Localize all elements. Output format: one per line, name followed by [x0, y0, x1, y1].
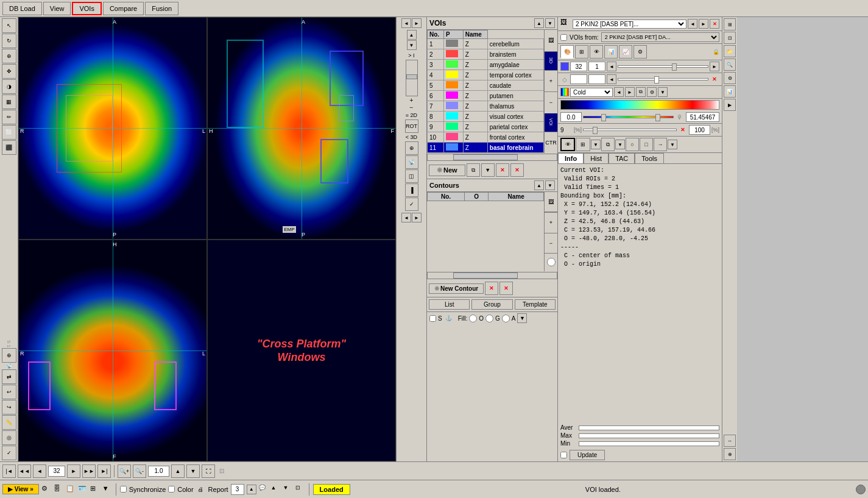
roi-tool[interactable]: ⬜	[2, 125, 16, 140]
grid-icon[interactable]: ⊞	[90, 485, 100, 494]
count-input[interactable]	[231, 484, 244, 495]
fill-a-radio[interactable]	[502, 315, 510, 322]
tab-chart[interactable]: 📈	[619, 45, 632, 59]
report-icon[interactable]: 🖨	[196, 485, 206, 494]
range-slider[interactable]	[583, 116, 674, 118]
next10-frame-btn[interactable]: ►►	[82, 464, 96, 478]
contours-sort-down[interactable]: ▼	[545, 180, 555, 190]
opacity-percent-input[interactable]	[689, 125, 710, 135]
zoom-out-btn[interactable]: 🔍-	[133, 464, 146, 478]
eraser-tool[interactable]: ⬛	[2, 140, 16, 155]
tab-eye[interactable]: 👁	[590, 45, 603, 59]
zoom-down-btn[interactable]: ▼	[186, 464, 200, 478]
edge-btn-5[interactable]: ⚙	[724, 72, 736, 84]
vertical-slider[interactable]	[406, 60, 418, 96]
pan-tool[interactable]: ✥	[2, 64, 16, 79]
copy-voi-btn[interactable]: ⧉	[467, 163, 480, 177]
cmap-more-btn[interactable]: ▼	[658, 87, 668, 97]
db-icon[interactable]: 🗄	[54, 485, 63, 494]
sort-up-btn[interactable]: ▲	[534, 18, 544, 28]
dataset-icon[interactable]: 🖼	[560, 18, 571, 29]
channel-input[interactable]	[570, 62, 587, 71]
voi-ctr-btn[interactable]: CTR	[545, 132, 557, 154]
edge-btn-7[interactable]: ▶	[724, 99, 736, 111]
contour-minus-btn[interactable]: −	[545, 233, 557, 253]
view-arrow-btn[interactable]: →	[654, 138, 667, 151]
tab-tac[interactable]: TAC	[609, 153, 635, 163]
cmap-prev-btn[interactable]: ◄	[614, 87, 624, 97]
view-circle-btn[interactable]: ○	[626, 138, 639, 151]
update-btn[interactable]: Update	[570, 450, 605, 460]
redo-tool[interactable]: ↪	[2, 400, 16, 414]
sort-down-btn[interactable]: ▼	[545, 18, 555, 28]
nav-next[interactable]: ►	[412, 213, 422, 222]
dropdown-btn[interactable]: ▼	[481, 163, 495, 177]
menu-db-load[interactable]: DB Load	[2, 2, 42, 15]
delete-contour-btn[interactable]: ✕	[485, 282, 498, 295]
config-icon[interactable]: ⚙	[41, 485, 51, 494]
ch2-input2[interactable]	[588, 74, 605, 84]
nav-up[interactable]: ▲	[407, 30, 417, 40]
ch2-prev-btn[interactable]: ◄	[607, 74, 616, 84]
voi-table-row[interactable]: 4Ztemporal cortex	[428, 70, 544, 80]
colormap-select[interactable]: Cold	[570, 88, 613, 97]
ch-next-btn[interactable]: ►	[710, 62, 719, 71]
tab-histogram[interactable]: 📊	[604, 45, 618, 59]
nav-right[interactable]: ►	[412, 18, 422, 28]
nav-prev[interactable]: ◄	[401, 213, 411, 222]
contour-h-scrollbar[interactable]	[427, 272, 557, 279]
tab-hist[interactable]: Hist	[584, 153, 609, 163]
view-btn[interactable]: ▶ View »	[2, 484, 39, 494]
cmap-next-btn[interactable]: ►	[625, 87, 635, 97]
fill-g-radio[interactable]	[485, 315, 493, 322]
voi-icon-btn[interactable]: 🖼	[545, 30, 557, 52]
contour-plus-btn[interactable]: +	[545, 212, 557, 232]
vois-from-checkbox[interactable]	[560, 34, 567, 41]
view-dropdown-btn[interactable]: ▼	[591, 140, 601, 149]
range-max-input[interactable]	[686, 112, 719, 122]
edge-btn-9[interactable]: ⊕	[724, 448, 736, 460]
voi-h-scrollbar[interactable]	[427, 154, 557, 161]
menu-vois[interactable]: VOIs	[72, 2, 101, 15]
rot-btn[interactable]: ROT	[405, 119, 418, 133]
view-rect-btn[interactable]: □	[640, 138, 653, 151]
close-contour-btn[interactable]: ✕	[499, 282, 513, 295]
ds-close-btn[interactable]: ✕	[710, 19, 719, 29]
brightness-tool[interactable]: ◑	[2, 79, 16, 94]
fill-settings-btn[interactable]: ▼	[517, 313, 527, 323]
opacity-x-btn[interactable]: ✕	[678, 125, 688, 135]
ch2-input[interactable]	[570, 74, 587, 84]
cmap-copy-btn[interactable]: ⧉	[636, 87, 646, 97]
edge-btn-1[interactable]: ⊞	[724, 18, 736, 30]
voi-table-row[interactable]: 6Zputamen	[428, 91, 544, 101]
new-voi-btn[interactable]: ❋ New	[429, 165, 465, 176]
menu-fusion[interactable]: Fusion	[145, 2, 178, 15]
ds-prev-btn[interactable]: ◄	[688, 19, 697, 29]
fill-o-radio[interactable]	[469, 315, 477, 322]
check-tool[interactable]: ✓	[2, 446, 16, 460]
range-min-input[interactable]	[560, 112, 582, 122]
tab-tools[interactable]: Tools	[635, 153, 664, 163]
tab-color-map[interactable]: 🎨	[560, 45, 574, 59]
voi-table-row[interactable]: 8Zvisual cortex	[428, 112, 544, 122]
view-grid-btn[interactable]: ⊞	[576, 138, 590, 151]
flip-tool[interactable]: ⇄	[2, 369, 16, 384]
list-btn[interactable]: List	[429, 299, 470, 310]
menu-compare[interactable]: Compare	[103, 2, 144, 15]
zoom-tool[interactable]: ⊕	[2, 49, 16, 63]
cursor-tool[interactable]: ↖	[2, 18, 16, 33]
status-icon-4[interactable]: ⊡	[295, 485, 305, 494]
channel-slider[interactable]	[618, 65, 708, 68]
zoom-up-btn[interactable]: ▲	[171, 464, 185, 478]
nav-down[interactable]: ▼	[407, 40, 417, 50]
tab-info[interactable]: Info	[558, 153, 584, 163]
tab-settings2[interactable]: ⚙	[633, 45, 647, 59]
bar-chart-btn[interactable]: ▐	[405, 183, 418, 197]
voi-minus-btn[interactable]: −	[545, 91, 557, 113]
edge-btn-3[interactable]: 📁	[724, 45, 736, 57]
cross-tool[interactable]: ⊕	[2, 348, 16, 363]
draw-tool[interactable]: ✏	[2, 110, 16, 124]
voi-table-row[interactable]: 2Zbrainstem	[428, 49, 544, 60]
color-checkbox[interactable]	[168, 486, 175, 493]
status-icon-2[interactable]: ▲	[271, 485, 281, 494]
